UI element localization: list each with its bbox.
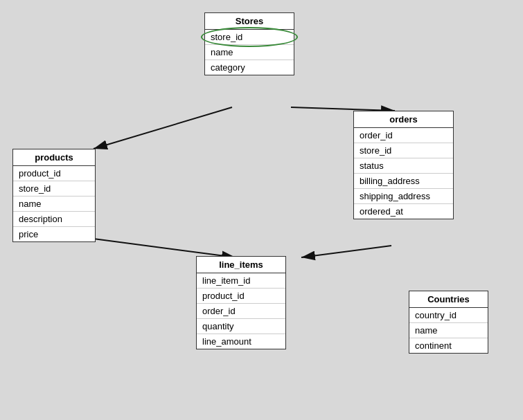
- products-field-store_id: store_id: [13, 181, 95, 197]
- line-items-field-line_item_id: line_item_id: [197, 273, 285, 289]
- countries-table: Countries country_id name continent: [409, 291, 488, 354]
- line-items-field-quantity: quantity: [197, 319, 285, 334]
- orders-field-ordered_at: ordered_at: [354, 204, 453, 219]
- line-items-table: line_items line_item_id product_id order…: [196, 256, 286, 349]
- line-items-field-line_amount: line_amount: [197, 334, 285, 349]
- products-field-product_id: product_id: [13, 166, 95, 181]
- stores-table: Stores store_id name category: [204, 12, 294, 75]
- products-table: products product_id store_id name descri…: [12, 149, 96, 242]
- products-field-price: price: [13, 227, 95, 241]
- stores-field-store_id: store_id: [211, 32, 242, 42]
- orders-header: orders: [354, 111, 453, 128]
- orders-field-status: status: [354, 158, 453, 174]
- line-items-field-product_id: product_id: [197, 289, 285, 304]
- svg-line-5: [301, 246, 391, 257]
- countries-header: Countries: [409, 291, 488, 308]
- products-field-description: description: [13, 212, 95, 227]
- orders-field-shipping_address: shipping_address: [354, 189, 453, 204]
- products-field-name: name: [13, 197, 95, 212]
- countries-field-name: name: [409, 323, 488, 338]
- line-items-field-order_id: order_id: [197, 304, 285, 319]
- stores-field-category: category: [205, 60, 294, 75]
- orders-table: orders order_id store_id status billing_…: [353, 111, 454, 219]
- countries-field-continent: continent: [409, 338, 488, 353]
- orders-field-store_id: store_id: [354, 143, 453, 158]
- diagram-container: Stores store_id name category products p…: [0, 0, 523, 420]
- stores-pk-row: store_id: [205, 30, 294, 45]
- orders-field-billing_address: billing_address: [354, 174, 453, 189]
- countries-field-country_id: country_id: [409, 308, 488, 323]
- stores-header: Stores: [205, 13, 294, 30]
- line-items-header: line_items: [197, 257, 285, 273]
- svg-line-2: [94, 107, 232, 149]
- orders-field-order_id: order_id: [354, 128, 453, 143]
- products-header: products: [13, 149, 95, 166]
- stores-field-name: name: [205, 45, 294, 60]
- svg-line-4: [94, 239, 236, 257]
